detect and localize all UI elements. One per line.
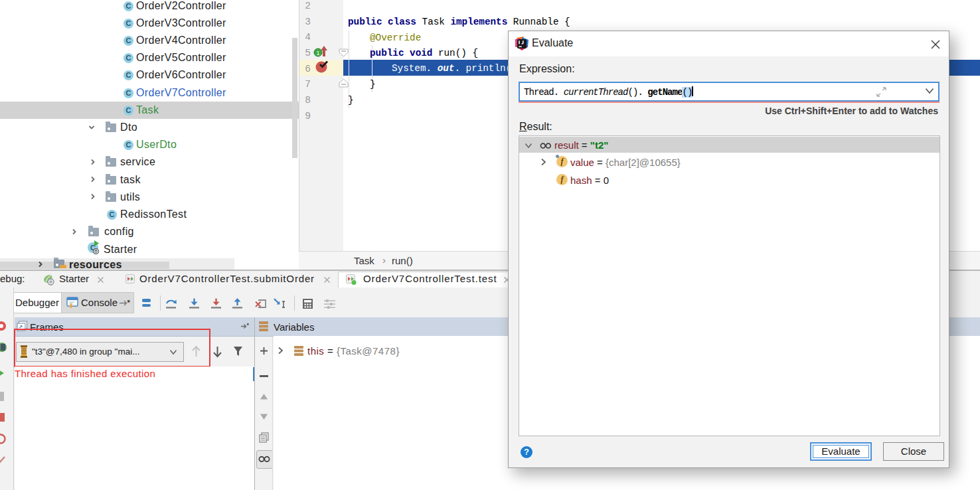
- svg-text:1: 1: [316, 50, 319, 56]
